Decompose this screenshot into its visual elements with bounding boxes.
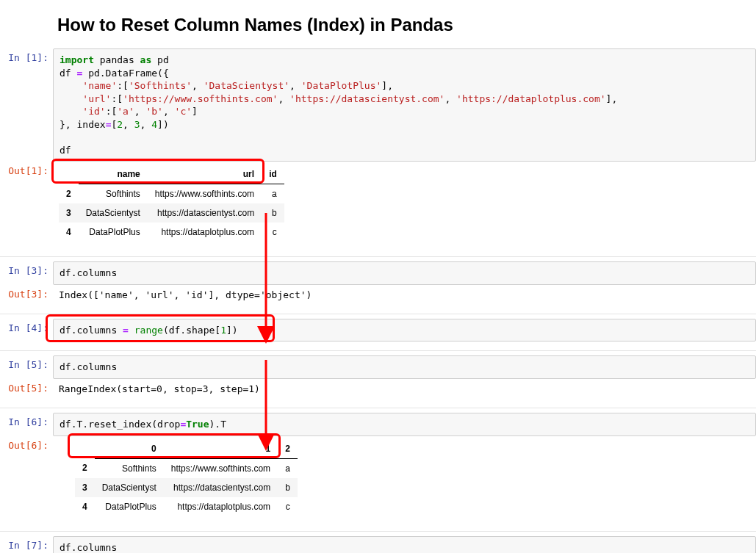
- cell-7-input: In [7]: df.columns: [0, 536, 756, 553]
- cell-1-input: In [1]: import pandas as pd df = pd.Data…: [0, 48, 756, 162]
- cell-3-output: Out[3]: Index(['name', 'url', 'id'], dty…: [0, 285, 756, 305]
- table-header-name: name: [79, 165, 148, 184]
- table-header-0: 0: [95, 439, 164, 459]
- notebook: How to Reset Column Names (Index) in Pan…: [0, 15, 756, 553]
- dataframe-output-1: name url id 2 Softhints https://www.soft…: [53, 162, 756, 247]
- table-row: 2 Softhints https://www.softhints.com a: [75, 458, 298, 478]
- prompt-in-6: In [6]:: [0, 413, 53, 431]
- table-header-1: 1: [164, 439, 278, 459]
- prompt-in-5: In [5]:: [0, 355, 53, 374]
- table-header-url: url: [148, 165, 262, 184]
- code-input-3[interactable]: df.columns: [53, 261, 756, 285]
- text-output-3: Index(['name', 'url', 'id'], dtype='obje…: [53, 285, 756, 305]
- cell-6-input: In [6]: df.T.reset_index(drop=True).T: [0, 413, 756, 436]
- code-input-6[interactable]: df.T.reset_index(drop=True).T: [53, 413, 756, 436]
- code-input-5[interactable]: df.columns: [53, 355, 756, 379]
- cell-3-input: In [3]: df.columns: [0, 261, 756, 285]
- table-row: 4 DataPlotPlus https://dataplotplus.com …: [75, 497, 298, 516]
- table-header-2: 2: [278, 439, 298, 459]
- table-header-row: 0 1 2: [75, 439, 298, 459]
- dataframe-table-6: 0 1 2 2 Softhints https://www.softhints.…: [75, 439, 298, 516]
- table-row: 2 Softhints https://www.softhints.com a: [59, 184, 284, 204]
- cell-5-output: Out[5]: RangeIndex(start=0, stop=3, step…: [0, 379, 756, 399]
- cell-5-input: In [5]: df.columns: [0, 355, 756, 379]
- table-header-index: [75, 439, 95, 459]
- table-row: 4 DataPlotPlus https://dataplotplus.com …: [59, 223, 284, 242]
- text-output-5: RangeIndex(start=0, stop=3, step=1): [53, 379, 756, 399]
- table-row: 3 DataScientyst https://datascientyst.co…: [59, 203, 284, 223]
- prompt-out-1: Out[1]:: [0, 162, 53, 180]
- separator: [0, 531, 756, 532]
- table-header-row: name url id: [59, 165, 284, 184]
- separator: [0, 408, 756, 408]
- table-header-index: [59, 165, 79, 184]
- cell-4-input: In [4]: df.columns = range(df.shape[1]): [0, 319, 756, 342]
- separator: [0, 314, 756, 314]
- separator: [0, 256, 756, 257]
- cell-6-output: Out[6]: 0 1 2 2: [0, 436, 756, 522]
- prompt-in-3: In [3]:: [0, 261, 53, 280]
- prompt-out-6: Out[6]:: [0, 436, 53, 455]
- prompt-in-4: In [4]:: [0, 319, 53, 337]
- separator: [0, 350, 756, 351]
- prompt-out-5: Out[5]:: [0, 379, 53, 397]
- prompt-in-7: In [7]:: [0, 536, 53, 553]
- prompt-in-1: In [1]:: [0, 48, 53, 67]
- page-title: How to Reset Column Names (Index) in Pan…: [57, 15, 756, 35]
- prompt-out-3: Out[3]:: [0, 285, 53, 303]
- code-input-4[interactable]: df.columns = range(df.shape[1]): [53, 319, 756, 342]
- dataframe-table-1: name url id 2 Softhints https://www.soft…: [59, 165, 284, 242]
- table-row: 3 DataScientyst https://datascientyst.co…: [75, 478, 298, 497]
- dataframe-output-6: 0 1 2 2 Softhints https://www.softhints.…: [53, 436, 756, 522]
- table-header-id: id: [262, 165, 284, 184]
- cell-1-output: Out[1]: name url id 2: [0, 162, 756, 247]
- code-input-7[interactable]: df.columns: [53, 536, 756, 553]
- code-input-1[interactable]: import pandas as pd df = pd.DataFrame({ …: [53, 48, 756, 162]
